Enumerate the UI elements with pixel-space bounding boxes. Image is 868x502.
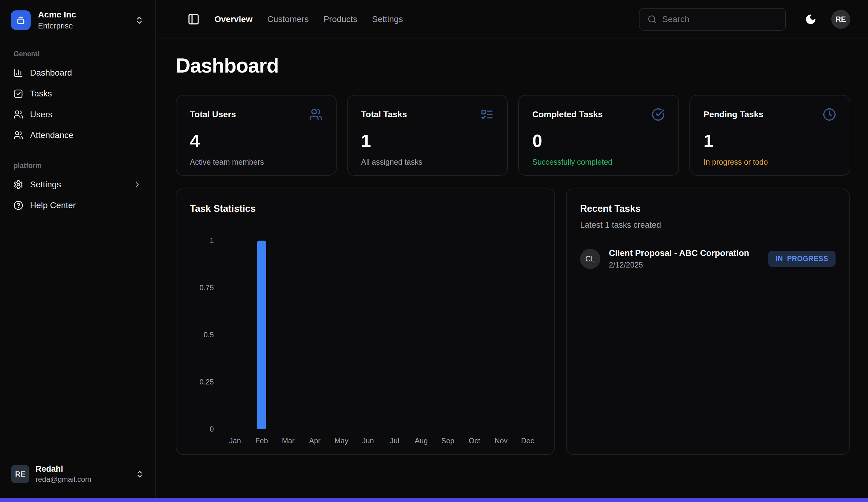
bar-slot [461, 241, 488, 429]
stat-title: Total Tasks [361, 109, 407, 119]
square-check-icon [13, 89, 23, 98]
sidebar-item-settings[interactable]: Settings [9, 174, 146, 195]
sidebar: Acme Inc Enterprise General Dashboard Ta… [0, 0, 156, 498]
panel-left-icon [187, 13, 200, 25]
stat-subtitle: All assigned tasks [361, 158, 494, 167]
x-tick-label: Jan [222, 437, 248, 445]
task-statistics-panel: Task Statistics 00.250.50.751 JanFebMarA… [176, 189, 555, 455]
bar-slot [328, 241, 355, 429]
chart-plot [222, 241, 541, 429]
search-input[interactable] [662, 14, 777, 24]
circle-check-icon [651, 108, 665, 121]
sidebar-item-attendance[interactable]: Attendance [9, 125, 146, 146]
top-header: Overview Customers Products Settings RE [156, 0, 868, 39]
x-tick-label: Oct [461, 437, 488, 445]
stat-value: 4 [190, 130, 322, 151]
sidebar-item-label: Help Center [30, 200, 76, 210]
x-tick-label: Dec [514, 437, 541, 445]
bar-slot [381, 241, 408, 429]
stat-value: 1 [361, 130, 494, 151]
sidebar-section-platform: platform [9, 161, 146, 170]
stat-subtitle: Active team members [190, 158, 322, 167]
org-name: Acme Inc [38, 10, 76, 20]
sidebar-item-help-center[interactable]: Help Center [9, 195, 146, 216]
user-name: Redahl [35, 464, 91, 474]
task-title: Client Proposal - ABC Corporation [609, 248, 749, 258]
chevrons-up-down-icon [135, 470, 144, 479]
help-circle-icon [13, 200, 23, 210]
chart-y-axis: 00.250.50.751 [190, 241, 222, 429]
list-todo-icon [480, 108, 494, 121]
x-tick-label: Jun [355, 437, 381, 445]
sidebar-item-users[interactable]: Users [9, 104, 146, 125]
theme-toggle-button[interactable] [805, 13, 817, 25]
x-tick-label: Nov [488, 437, 514, 445]
x-tick-label: Aug [408, 437, 435, 445]
x-tick-label: Mar [275, 437, 302, 445]
bar-slot [248, 241, 275, 429]
nav-settings[interactable]: Settings [372, 14, 403, 24]
y-tick-label: 0.25 [199, 378, 214, 386]
user-menu[interactable]: RE Redahl reda@gmail.com [9, 461, 146, 487]
chart-column-icon [13, 68, 23, 78]
sidebar-item-label: Attendance [30, 130, 73, 140]
chart-x-labels: JanFebMarAprMayJunJulAugSepOctNovDec [222, 437, 541, 445]
sidebar-toggle-button[interactable] [187, 13, 200, 25]
y-tick-label: 1 [210, 236, 214, 245]
bar-slot [408, 241, 435, 429]
x-tick-label: Feb [248, 437, 275, 445]
sidebar-item-label: Settings [30, 180, 61, 189]
clock-icon [823, 108, 836, 121]
stat-title: Completed Tasks [532, 109, 603, 119]
users-icon [309, 108, 322, 121]
task-date: 2/12/2025 [609, 261, 749, 269]
sidebar-section-general: General [9, 50, 146, 58]
stat-card-total-users: Total Users 4 Active team members [176, 95, 337, 176]
bar-slot [435, 241, 461, 429]
users-icon [13, 130, 23, 140]
archive-box-icon [15, 15, 26, 26]
page-content: Dashboard Total Users 4 Active team memb… [156, 39, 868, 498]
stat-value: 0 [532, 130, 665, 151]
sidebar-item-tasks[interactable]: Tasks [9, 83, 146, 104]
sidebar-item-dashboard[interactable]: Dashboard [9, 62, 146, 83]
y-tick-label: 0.75 [199, 283, 214, 292]
nav-customers[interactable]: Customers [267, 14, 309, 24]
recent-tasks-subtitle: Latest 1 tasks created [580, 220, 836, 230]
recent-tasks-panel: Recent Tasks Latest 1 tasks created CL C… [566, 189, 850, 455]
app-shell: Acme Inc Enterprise General Dashboard Ta… [0, 0, 868, 498]
moon-icon [805, 13, 817, 25]
org-switcher[interactable]: Acme Inc Enterprise [9, 8, 146, 32]
bottom-accent-bar [0, 498, 868, 502]
user-avatar: RE [11, 465, 29, 483]
bar-slot [488, 241, 514, 429]
task-row[interactable]: CL Client Proposal - ABC Corporation 2/1… [580, 248, 836, 269]
y-tick-label: 0.5 [204, 331, 214, 339]
chevron-right-icon [133, 180, 142, 189]
bar-slot [514, 241, 541, 429]
x-tick-label: Apr [302, 437, 328, 445]
search-box [639, 8, 786, 31]
x-tick-label: May [328, 437, 355, 445]
stat-card-completed-tasks: Completed Tasks 0 Successfully completed [518, 95, 679, 176]
nav-overview[interactable]: Overview [214, 14, 253, 24]
bar-slot [355, 241, 381, 429]
stat-title: Total Users [190, 109, 236, 119]
sidebar-item-label: Users [30, 109, 52, 119]
nav-products[interactable]: Products [323, 14, 358, 24]
task-avatar: CL [580, 249, 600, 269]
header-avatar[interactable]: RE [831, 10, 850, 29]
stat-title: Pending Tasks [703, 109, 764, 119]
stats-row: Total Users 4 Active team members Total … [176, 95, 850, 176]
stat-value: 1 [703, 130, 836, 151]
chevrons-up-down-icon [135, 15, 144, 25]
stat-subtitle: In progress or todo [703, 158, 836, 167]
stat-subtitle: Successfully completed [532, 158, 665, 167]
org-plan: Enterprise [38, 21, 76, 30]
panels-row: Task Statistics 00.250.50.751 JanFebMarA… [176, 189, 850, 455]
x-tick-label: Sep [435, 437, 461, 445]
x-tick-label: Jul [381, 437, 408, 445]
status-badge: IN_PROGRESS [768, 251, 836, 267]
users-icon [13, 109, 23, 119]
recent-tasks-title: Recent Tasks [580, 203, 836, 214]
